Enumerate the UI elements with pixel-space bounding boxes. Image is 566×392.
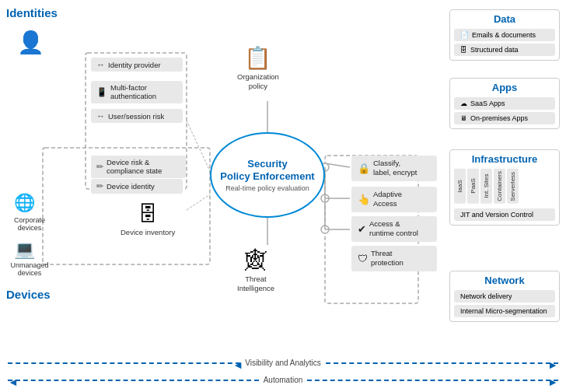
structured-data-item: 🗄 Structured data <box>454 44 555 56</box>
policy-subtitle: Real-time policy evaluation <box>225 184 309 192</box>
pencil2-icon: ✏ <box>96 181 103 191</box>
svg-point-9 <box>321 194 329 202</box>
svg-line-7 <box>325 163 350 167</box>
serverless-label: Serverless <box>507 169 519 204</box>
visibility-label: Visibility and Analytics <box>245 359 321 367</box>
right-dash-automation: ► <box>307 380 558 381</box>
emails-label: Emails & documents <box>472 31 536 39</box>
svg-line-4 <box>187 194 210 210</box>
unmanaged-device-icon: 💻 <box>14 240 35 260</box>
multi-factor-pill: 📱 Multi-factorauthentication <box>91 81 183 103</box>
exchange-icon: ↔ <box>96 60 105 69</box>
device-inventory-label: Device inventory <box>121 228 175 236</box>
shield-icon: 🛡 <box>358 253 368 264</box>
svg-line-3 <box>187 121 210 171</box>
adaptive-label: AdaptiveAccess <box>373 190 402 209</box>
network-icon: 🕸 <box>245 247 267 273</box>
classify-label: Classify,label, encrypt <box>373 159 418 178</box>
iaas-label: IaaS <box>454 169 466 204</box>
policy-title: SecurityPolicy Enforcement <box>220 158 314 182</box>
containers-label: Containers <box>494 169 505 204</box>
database-icon: 🗄 <box>138 202 158 226</box>
pencil-icon: ✏ <box>96 162 103 172</box>
adaptive-action: 👆 AdaptiveAccess <box>351 187 437 212</box>
network-delivery-label: Network delivery <box>460 292 512 300</box>
device-inventory: 🗄 Device inventory <box>121 202 175 236</box>
automation-row: ◄ Automation ► <box>0 376 566 384</box>
corporate-device-icon: 🌐 <box>14 193 35 213</box>
onprem-label: On-premises Apps <box>470 114 528 122</box>
infra-section-title: Infrastructure <box>450 150 559 166</box>
jit-item: JIT and Version Control <box>454 208 555 221</box>
paas-label: PaaS <box>467 169 479 204</box>
unmanaged-device-label: Unmanageddevices <box>6 261 53 277</box>
threat-intel-label: ThreatIntelligence <box>237 275 274 294</box>
network-section-title: Network <box>450 271 559 288</box>
device-risk-pill: ✏ Device risk &compliance state <box>91 156 186 178</box>
data-section-title: Data <box>450 10 559 26</box>
micro-seg-label: Internal Micro-segmentation <box>460 307 547 315</box>
data-section: Data 📄 Emails & documents 🗄 Structured d… <box>449 9 560 61</box>
identities-label: Identities <box>6 6 58 19</box>
corporate-device-label: Corporatedevices <box>6 216 53 232</box>
document-icon: 📋 <box>244 45 271 71</box>
access-runtime-label: Access &runtime control <box>369 219 418 239</box>
jit-label: JIT and Version Control <box>460 211 533 219</box>
fingerprint-icon: 👆 <box>358 194 370 205</box>
right-dash-visibility: ► <box>326 362 558 364</box>
apps-section-title: Apps <box>450 79 559 95</box>
infra-vertical-labels: IaaS PaaS Int. Sites Containers Serverle… <box>450 166 559 206</box>
db-icon: 🗄 <box>460 46 467 54</box>
devices-label: Devices <box>6 288 51 301</box>
left-dash-visibility: ◄ <box>8 362 240 364</box>
visibility-row: ◄ Visibility and Analytics ► <box>0 359 566 367</box>
automation-label: Automation <box>264 376 303 384</box>
onprem-apps-item: 🖥 On-premises Apps <box>454 112 555 124</box>
user-session-pill: ↔ User/session risk <box>91 109 183 123</box>
structured-label: Structured data <box>470 46 519 54</box>
identity-provider-pill: ↔ Identity provider <box>91 58 183 72</box>
classify-action: 🔒 Classify,label, encrypt <box>351 156 437 181</box>
phone-icon: 📱 <box>96 87 107 97</box>
svg-point-10 <box>321 226 329 233</box>
saas-apps-item: ☁ SaaS Apps <box>454 97 555 110</box>
policy-ellipse: SecurityPolicy Enforcement Real-time pol… <box>210 132 325 218</box>
org-policy-label: Organizationpolicy <box>237 72 279 92</box>
access-runtime-action: ✔ Access &runtime control <box>351 216 437 242</box>
saas-label: SaaS Apps <box>470 100 505 107</box>
threat-protection-action: 🛡 Threatprotection <box>351 246 437 271</box>
threat-intelligence: 🕸 ThreatIntelligence <box>237 247 274 294</box>
lock-icon: 🔒 <box>358 163 370 174</box>
network-delivery-item: Network delivery <box>454 290 555 303</box>
apps-section: Apps ☁ SaaS Apps 🖥 On-premises Apps <box>449 78 560 129</box>
diagram-container: Identities 👤 ↔ Identity provider 📱 Multi… <box>0 0 566 392</box>
file-icon: 📄 <box>460 31 469 39</box>
infrastructure-section: Infrastructure IaaS PaaS Int. Sites Cont… <box>449 149 560 226</box>
micro-segmentation-item: Internal Micro-segmentation <box>454 305 555 317</box>
person-icon: 👤 <box>17 30 44 55</box>
monitor-icon: 🖥 <box>460 114 467 122</box>
int-sites-label: Int. Sites <box>480 169 492 204</box>
check-icon: ✔ <box>358 223 366 235</box>
org-policy: 📋 Organizationpolicy <box>237 45 279 92</box>
device-identity-pill: ✏ Device identity <box>91 179 183 194</box>
emails-documents-item: 📄 Emails & documents <box>454 29 555 41</box>
cloud-icon: ☁ <box>460 100 467 107</box>
left-dash-automation: ◄ <box>8 380 259 381</box>
exchange2-icon: ↔ <box>96 111 105 121</box>
threat-protection-label: Threatprotection <box>371 249 404 268</box>
network-section: Network Network delivery Internal Micro-… <box>449 271 560 322</box>
